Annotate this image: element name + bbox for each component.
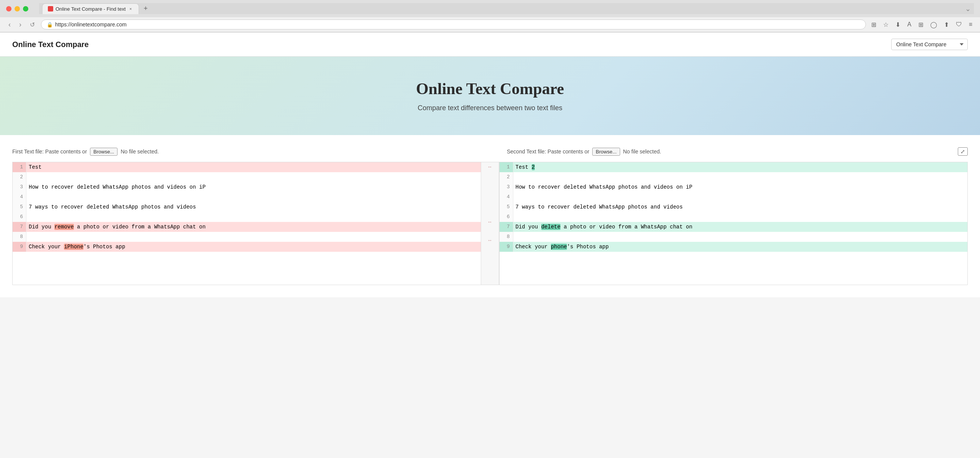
line-number: 6 bbox=[13, 212, 26, 222]
line-content[interactable]: How to recover deleted WhatsApp photos a… bbox=[26, 182, 481, 192]
new-tab-button[interactable]: + bbox=[140, 3, 151, 14]
line-row: 9Check your phone's Photos app bbox=[500, 242, 968, 252]
line-content[interactable]: 7 ways to recover deleted WhatsApp photo… bbox=[26, 202, 481, 212]
line-content[interactable]: 7 ways to recover deleted WhatsApp photo… bbox=[513, 202, 968, 212]
line-content[interactable] bbox=[513, 172, 968, 182]
added-highlight: phone bbox=[551, 244, 567, 250]
menu-icon[interactable]: ≡ bbox=[967, 20, 974, 29]
line-number: 1 bbox=[13, 162, 26, 172]
browser-chrome: Online Text Compare - Find text × + ⌄ ‹ … bbox=[0, 0, 980, 33]
line-number: 5 bbox=[500, 202, 513, 212]
line-content[interactable] bbox=[26, 192, 481, 202]
close-window-button[interactable] bbox=[6, 6, 11, 11]
line-row: 1Test 2 bbox=[500, 162, 968, 172]
active-tab[interactable]: Online Text Compare - Find text × bbox=[42, 3, 139, 14]
removed-highlight: iPhone bbox=[64, 244, 83, 250]
line-row: 6 bbox=[13, 212, 481, 222]
nav-dropdown[interactable]: Online Text Compare Find text Regex Matc… bbox=[891, 39, 968, 50]
line-row: 57 ways to recover deleted WhatsApp phot… bbox=[500, 202, 968, 212]
file-inputs-row: First Text file: Paste contents or Brows… bbox=[12, 144, 968, 159]
left-lines-display[interactable]: 1Test23How to recover deleted WhatsApp p… bbox=[13, 162, 481, 285]
line-number: 4 bbox=[500, 192, 513, 202]
line-number: 7 bbox=[500, 222, 513, 232]
connector-row bbox=[481, 227, 499, 236]
address-bar[interactable]: 🔒 https://onlinetextcompare.com bbox=[41, 20, 866, 29]
line-row: 57 ways to recover deleted WhatsApp phot… bbox=[13, 202, 481, 212]
connector-arrow: ↔ bbox=[488, 164, 492, 170]
page-header: Online Text Compare Online Text Compare … bbox=[0, 33, 980, 57]
line-content[interactable] bbox=[26, 232, 481, 242]
tab-favicon bbox=[48, 6, 53, 11]
line-row: 9Check your iPhone's Photos app bbox=[13, 242, 481, 252]
extensions-icon[interactable]: ⊞ bbox=[870, 20, 878, 29]
pocket-icon[interactable]: ⬇ bbox=[894, 20, 902, 29]
connector-row bbox=[481, 208, 499, 217]
back-button[interactable]: ‹ bbox=[6, 20, 13, 29]
security-icon: 🔒 bbox=[47, 22, 53, 28]
line-number: 4 bbox=[13, 192, 26, 202]
sync-icon[interactable]: ◯ bbox=[929, 20, 939, 29]
grid-icon[interactable]: ⊞ bbox=[917, 20, 925, 29]
right-lines-display[interactable]: 1Test 223How to recover deleted WhatsApp… bbox=[500, 162, 968, 285]
maximize-window-button[interactable] bbox=[23, 6, 28, 11]
line-content[interactable] bbox=[26, 212, 481, 222]
hero-title: Online Text Compare bbox=[15, 80, 965, 98]
share-icon[interactable]: ⬆ bbox=[942, 20, 951, 29]
line-number: 5 bbox=[13, 202, 26, 212]
line-content[interactable]: Check your phone's Photos app bbox=[513, 242, 968, 252]
tab-label: Online Text Compare - Find text bbox=[56, 6, 126, 12]
connector-row bbox=[481, 171, 499, 181]
line-number: 3 bbox=[500, 182, 513, 192]
left-editor-pane: 1Test23How to recover deleted WhatsApp p… bbox=[13, 162, 481, 285]
line-content[interactable] bbox=[513, 192, 968, 202]
account-icon[interactable]: A bbox=[906, 20, 913, 29]
connector-arrow: ↔ bbox=[488, 219, 492, 225]
hero-subtitle: Compare text differences between two tex… bbox=[15, 104, 965, 112]
line-row: 1Test bbox=[13, 162, 481, 172]
line-row: 3How to recover deleted WhatsApp photos … bbox=[500, 182, 968, 192]
line-content[interactable] bbox=[513, 232, 968, 242]
added-highlight: 2 bbox=[532, 164, 535, 170]
connector-row bbox=[481, 181, 499, 190]
left-browse-button[interactable]: Browse... bbox=[90, 148, 118, 156]
line-content[interactable]: Test bbox=[26, 162, 481, 172]
tab-overflow-button[interactable]: ⌄ bbox=[965, 5, 971, 13]
line-content[interactable]: Did you remove a photo or video from a W… bbox=[26, 222, 481, 232]
line-number: 3 bbox=[13, 182, 26, 192]
left-file-input-group: First Text file: Paste contents or Brows… bbox=[12, 144, 473, 159]
line-content[interactable]: Did you delete a photo or video from a W… bbox=[513, 222, 968, 232]
right-editor-pane: 1Test 223How to recover deleted WhatsApp… bbox=[499, 162, 968, 285]
shield-icon[interactable]: 🛡 bbox=[954, 20, 964, 29]
line-row: 4 bbox=[13, 192, 481, 202]
tab-close-button[interactable]: × bbox=[128, 6, 133, 11]
line-content[interactable]: Test 2 bbox=[513, 162, 968, 172]
expand-button[interactable]: ⤢ bbox=[958, 147, 968, 156]
right-file-label: Second Text file: Paste contents or bbox=[507, 148, 589, 155]
address-url: https://onlinetextcompare.com bbox=[55, 21, 127, 28]
line-row: 3How to recover deleted WhatsApp photos … bbox=[13, 182, 481, 192]
line-row: 7Did you remove a photo or video from a … bbox=[13, 222, 481, 232]
line-content[interactable]: How to recover deleted WhatsApp photos a… bbox=[513, 182, 968, 192]
left-no-file-label: No file selected. bbox=[121, 148, 159, 155]
connector-row: ↔ bbox=[481, 217, 499, 227]
compare-section: First Text file: Paste contents or Brows… bbox=[0, 135, 980, 297]
line-row: 2 bbox=[500, 172, 968, 182]
forward-button[interactable]: › bbox=[17, 20, 24, 29]
line-content[interactable]: Check your iPhone's Photos app bbox=[26, 242, 481, 252]
line-number: 8 bbox=[13, 232, 26, 242]
minimize-window-button[interactable] bbox=[15, 6, 20, 11]
line-number: 1 bbox=[500, 162, 513, 172]
right-file-input-group: Second Text file: Paste contents or Brow… bbox=[492, 144, 968, 159]
line-content[interactable] bbox=[26, 172, 481, 182]
line-row: 4 bbox=[500, 192, 968, 202]
line-content[interactable] bbox=[513, 212, 968, 222]
reload-button[interactable]: ↺ bbox=[28, 20, 37, 29]
line-number: 6 bbox=[500, 212, 513, 222]
line-number: 2 bbox=[13, 172, 26, 182]
hero-section: Online Text Compare Compare text differe… bbox=[0, 57, 980, 135]
added-highlight: delete bbox=[541, 224, 560, 230]
left-file-label: First Text file: Paste contents or bbox=[12, 148, 87, 155]
bookmark-icon[interactable]: ☆ bbox=[882, 20, 890, 29]
right-browse-button[interactable]: Browse... bbox=[592, 148, 620, 156]
line-row: 6 bbox=[500, 212, 968, 222]
